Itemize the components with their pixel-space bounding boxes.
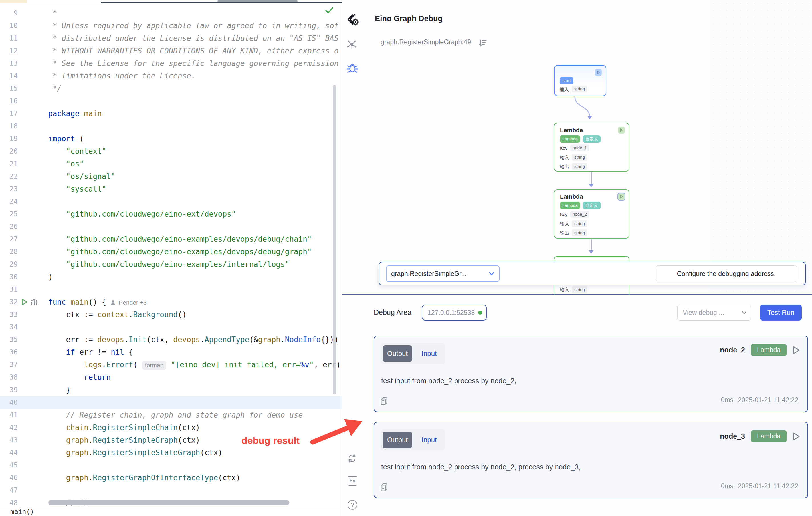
code-line-26[interactable]: 26 — [0, 220, 342, 233]
ide-window: 9 *10 * Unless required by applicable la… — [0, 0, 812, 516]
graph-node-3-bottom[interactable]: 输入 string — [554, 285, 629, 294]
node-type-badge: Lambda — [751, 344, 787, 356]
profiler-icon[interactable] — [30, 298, 38, 306]
code-authors-hint[interactable]: IPender +3 — [110, 296, 147, 309]
code-line-30[interactable]: 30) — [0, 270, 342, 283]
code-line-23[interactable]: 23 "syscall" — [0, 183, 342, 195]
code-line-27[interactable]: 27 "github.com/cloudwego/eino-examples/d… — [0, 233, 342, 246]
code-line-18[interactable]: 18 — [0, 120, 342, 133]
configure-address-button[interactable]: Configure the debugging address. — [656, 265, 797, 282]
code-line-28[interactable]: 28 "github.com/cloudwego/eino-examples/d… — [0, 246, 342, 258]
result-card-node-3[interactable]: Output Input node_3 Lambda test input fr… — [374, 422, 808, 498]
code-line-32[interactable]: 32func main() {IPender +3 — [0, 296, 342, 308]
tab-output[interactable]: Output — [383, 432, 412, 448]
code-line-17[interactable]: 17package main — [0, 107, 342, 120]
line-number: 39 — [0, 383, 18, 396]
output-input-tabs: Output Input — [381, 429, 445, 450]
top-scrollbar-thumb[interactable] — [218, 0, 297, 2]
result-card-node-2[interactable]: Output Input node_2 Lambda test input fr… — [374, 336, 808, 412]
code-line-9[interactable]: 9 * — [0, 7, 342, 20]
panel-title: Eino Graph Debug — [375, 14, 442, 23]
code-line-37[interactable]: 37 logs.Errorf( format: "[eino dev] init… — [0, 359, 342, 371]
view-debug-dropdown[interactable]: View debug ... — [677, 305, 751, 320]
code-line-14[interactable]: 14 * limitations under the License. — [0, 69, 342, 82]
line-number: 40 — [0, 396, 18, 409]
duration: 0ms — [721, 482, 733, 490]
editor-vertical-scrollbar[interactable] — [333, 85, 336, 395]
code-line-36[interactable]: 36 if err != nil { — [0, 346, 342, 359]
code-line-22[interactable]: 22 "os/signal" — [0, 170, 342, 183]
code-line-10[interactable]: 10 * Unless required by applicable law o… — [0, 20, 342, 32]
line-number: 41 — [0, 409, 18, 421]
graph-node-icon[interactable] — [347, 40, 357, 50]
code-line-38[interactable]: 38 return — [0, 371, 342, 383]
editor-horizontal-scrollbar[interactable] — [48, 500, 289, 505]
line-number: 24 — [0, 195, 18, 208]
test-run-button[interactable]: Test Run — [760, 305, 802, 320]
result-meta: 0ms 2025-01-21 11:42:22 — [721, 396, 798, 404]
key-label: Key — [560, 212, 568, 217]
bug-icon[interactable] — [346, 62, 358, 74]
breadcrumb[interactable]: main() — [10, 508, 34, 515]
run-node-button[interactable] — [618, 127, 625, 134]
key-label: Key — [560, 146, 568, 150]
code-line-29[interactable]: 29 "github.com/cloudwego/eino-examples/i… — [0, 258, 342, 270]
help-icon[interactable]: ? — [348, 500, 357, 510]
line-number: 29 — [0, 258, 18, 270]
tab-input[interactable]: Input — [415, 429, 443, 450]
line-number: 31 — [0, 283, 18, 296]
graph-node-lambda-2[interactable]: Lambda Lambda 自定义 Key node_2 输入 string 输… — [554, 189, 629, 238]
code-line-34[interactable]: 34 — [0, 321, 342, 333]
play-icon[interactable] — [792, 346, 800, 354]
code-line-39[interactable]: 39 } — [0, 383, 342, 396]
line-number: 16 — [0, 95, 18, 107]
code-line-25[interactable]: 25 "github.com/cloudwego/eino-ext/devops… — [0, 208, 342, 220]
play-icon[interactable] — [792, 432, 800, 441]
code-line-11[interactable]: 11 * distributed under the License is di… — [0, 32, 342, 45]
inlay-param-hint: format: — [142, 361, 166, 370]
tab-input[interactable]: Input — [415, 343, 443, 364]
code-line-24[interactable]: 24 — [0, 195, 342, 208]
line-number: 15 — [0, 82, 18, 95]
refresh-icon[interactable] — [347, 453, 357, 463]
inspection-ok-icon[interactable] — [325, 6, 334, 14]
graph-select[interactable]: graph.RegisterSimpleGr... — [386, 265, 500, 282]
code-line-13[interactable]: 13 * See the License for the specific la… — [0, 57, 342, 69]
edge-node1-node2 — [591, 172, 592, 184]
code-line-15[interactable]: 15 */ — [0, 82, 342, 95]
code-line-12[interactable]: 12 * WITHOUT WARRANTIES OR CONDITIONS OF… — [0, 45, 342, 57]
code-line-31[interactable]: 31 — [0, 283, 342, 296]
code-line-42[interactable]: 42 chain.RegisterSimpleChain(ctx) — [0, 421, 342, 434]
line-number: 27 — [0, 233, 18, 246]
graph-toolbar: graph.RegisterSimpleGr... Configure the … — [379, 262, 806, 285]
code-line-44[interactable]: 44 graph.RegisterSimpleStateGraph(ctx) — [0, 447, 342, 459]
graph-node-lambda-1[interactable]: Lambda Lambda 自定义 Key node_1 输入 string 输… — [554, 123, 629, 172]
copy-icon[interactable] — [380, 397, 388, 405]
code-line-33[interactable]: 33 ctx := context.Background() — [0, 308, 342, 321]
code-line-46[interactable]: 46 graph.RegisterGraphOfInterfaceType(ct… — [0, 471, 342, 484]
sort-icon[interactable] — [479, 39, 488, 47]
line-number: 33 — [0, 308, 18, 321]
run-node-button[interactable] — [595, 69, 602, 76]
line-number: 28 — [0, 246, 18, 258]
graph-canvas[interactable] — [709, 0, 812, 294]
copy-icon[interactable] — [380, 483, 388, 491]
code-line-16[interactable]: 16 — [0, 95, 342, 107]
tab-output[interactable]: Output — [383, 345, 412, 362]
language-icon[interactable]: En — [348, 476, 357, 486]
code-line-47[interactable]: 47 — [0, 484, 342, 496]
code-line-40[interactable]: 40 — [0, 396, 342, 409]
node-tag-lambda: Lambda — [560, 202, 580, 209]
run-main-icon[interactable] — [21, 298, 28, 306]
code-line-45[interactable]: 45 — [0, 459, 342, 471]
code-line-35[interactable]: 35 err := devops.Init(ctx, devops.Append… — [0, 333, 342, 346]
graph-node-start[interactable]: start 输入 string — [554, 65, 606, 96]
code-line-21[interactable]: 21 "os" — [0, 157, 342, 170]
code-line-20[interactable]: 20 "context" — [0, 145, 342, 157]
graph-location-label[interactable]: graph.RegisterSimpleGraph:49 — [381, 38, 471, 46]
run-node-button-selected[interactable] — [618, 193, 625, 200]
graph-node-3-top[interactable] — [554, 256, 629, 262]
debug-address-badge[interactable]: 127.0.0.1:52538 — [422, 305, 487, 320]
code-line-41[interactable]: 41 // Register chain, graph and state_gr… — [0, 409, 342, 421]
code-line-19[interactable]: 19import ( — [0, 133, 342, 145]
